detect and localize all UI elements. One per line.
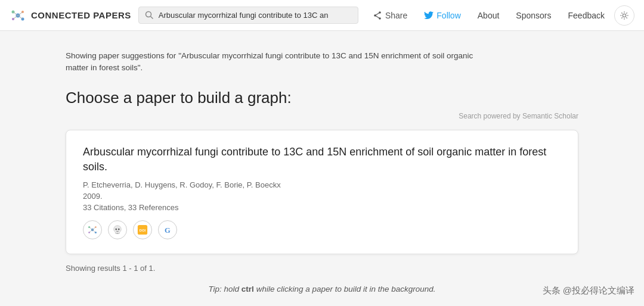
search-bar xyxy=(138,7,358,24)
semantic-scholar-credit: Search powered by Semantic Scholar xyxy=(66,112,578,120)
svg-line-22 xyxy=(626,17,627,18)
google-scholar-icon: G xyxy=(162,224,173,235)
theme-toggle-button[interactable] xyxy=(614,5,634,26)
paper-year: 2009. xyxy=(83,192,561,201)
sponsors-button[interactable]: Sponsors xyxy=(509,7,558,24)
nav-right: Share Follow About Sponsors Feedback xyxy=(366,5,634,26)
about-button[interactable]: About xyxy=(470,7,507,24)
svg-line-24 xyxy=(626,13,627,13)
paper-icons: DOI G xyxy=(83,220,561,239)
tip-text: Tip: hold ctrl while clicking a paper to… xyxy=(66,285,578,293)
svg-line-32 xyxy=(89,230,92,233)
showing-text: Showing paper suggestions for "Arbuscula… xyxy=(66,50,483,74)
choose-heading: Choose a paper to build a graph: xyxy=(66,89,578,107)
search-icon xyxy=(145,11,154,20)
svg-line-10 xyxy=(150,17,153,19)
logo-link[interactable]: CONNECTED PAPERS xyxy=(10,7,131,24)
svg-text:G: G xyxy=(165,226,171,234)
svg-line-21 xyxy=(621,13,622,13)
svg-line-31 xyxy=(92,227,95,230)
logo-text: CONNECTED PAPERS xyxy=(31,10,131,20)
semantic-scholar-icon xyxy=(112,224,123,235)
svg-text:DOI: DOI xyxy=(140,229,146,232)
doi-link-button[interactable]: DOI xyxy=(133,220,152,239)
semantic-scholar-link-button[interactable] xyxy=(108,220,127,239)
doi-icon: DOI xyxy=(137,224,148,235)
follow-button[interactable]: Follow xyxy=(417,7,467,24)
svg-point-16 xyxy=(623,14,626,17)
svg-point-35 xyxy=(118,229,120,230)
paper-card[interactable]: Arbuscular mycorrhizal fungi contribute … xyxy=(66,130,578,254)
sun-icon xyxy=(620,11,629,20)
share-icon xyxy=(373,11,382,20)
svg-point-9 xyxy=(145,12,151,17)
share-button[interactable]: Share xyxy=(366,7,414,24)
svg-line-23 xyxy=(621,17,622,18)
connected-papers-link-button[interactable] xyxy=(83,220,102,239)
paper-authors: P. Etcheverria, D. Huygens, R. Godoy, F.… xyxy=(83,180,561,189)
svg-line-14 xyxy=(375,13,380,15)
logo-icon xyxy=(10,7,26,24)
connected-papers-small-icon xyxy=(87,224,98,235)
svg-line-15 xyxy=(375,15,380,18)
svg-line-33 xyxy=(92,230,95,233)
svg-point-34 xyxy=(115,229,117,230)
results-info: Showing results 1 - 1 of 1. xyxy=(66,264,578,273)
paper-title: Arbuscular mycorrhizal fungi contribute … xyxy=(83,145,561,174)
feedback-button[interactable]: Feedback xyxy=(561,7,612,24)
svg-line-30 xyxy=(89,227,92,230)
main-content: Showing paper suggestions for "Arbuscula… xyxy=(54,31,590,305)
navbar: CONNECTED PAPERS Share Follow xyxy=(0,0,644,31)
search-input[interactable] xyxy=(159,11,352,20)
paper-stats: 33 Citations, 33 References xyxy=(83,203,561,212)
google-scholar-link-button[interactable]: G xyxy=(158,220,177,239)
twitter-icon xyxy=(424,11,434,20)
